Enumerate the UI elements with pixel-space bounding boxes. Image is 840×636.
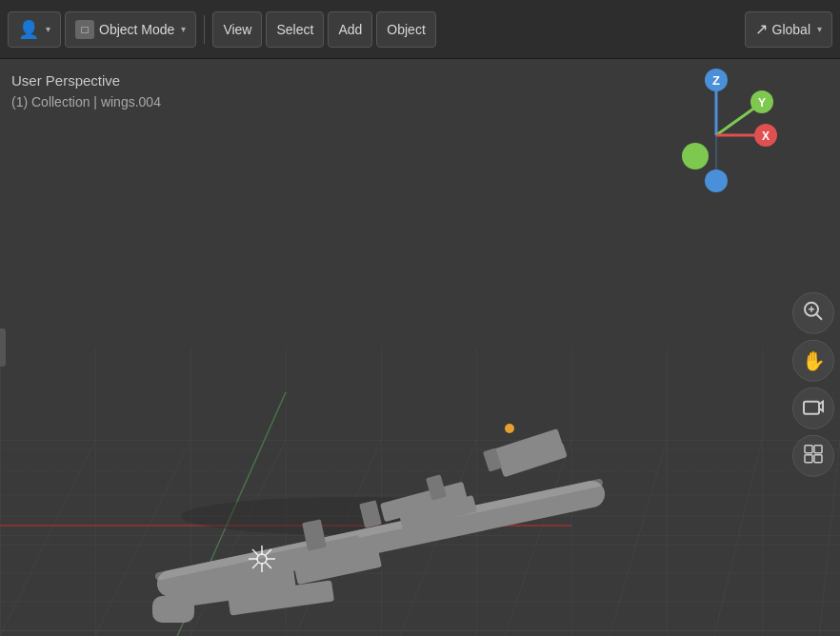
object-mode-label: Object Mode	[99, 22, 174, 37]
view-button[interactable]: View	[212, 11, 262, 48]
add-button[interactable]: Add	[328, 11, 372, 48]
person-icon: 👤	[18, 19, 39, 40]
global-button[interactable]: ↗ Global ▾	[745, 11, 832, 48]
view-label: View	[223, 22, 251, 37]
object-label: Object	[387, 22, 425, 37]
svg-text:Z: Z	[712, 73, 720, 88]
hand-icon: ✋	[802, 349, 826, 372]
global-chevron-icon: ▾	[817, 24, 822, 34]
user-icon-button[interactable]: 👤 ▾	[8, 11, 61, 48]
global-icon: ↗	[755, 20, 768, 38]
viewport-labels: User Perspective (1) Collection | wings.…	[11, 70, 161, 112]
grid-icon	[803, 443, 824, 468]
zoom-button[interactable]	[792, 292, 834, 334]
svg-line-52	[716, 105, 759, 135]
svg-rect-65	[804, 401, 819, 413]
svg-rect-68	[805, 454, 812, 462]
global-label: Global	[772, 22, 810, 37]
svg-rect-38	[152, 596, 194, 623]
camera-icon	[802, 394, 825, 422]
add-label: Add	[338, 22, 362, 37]
3d-viewport[interactable]: User Perspective (1) Collection | wings.…	[0, 59, 840, 636]
svg-point-60	[705, 169, 728, 192]
svg-line-62	[816, 314, 822, 320]
separator-1	[204, 15, 205, 44]
pan-button[interactable]: ✋	[792, 340, 834, 382]
svg-rect-67	[814, 445, 822, 452]
object-mode-chevron-icon: ▾	[181, 24, 186, 34]
svg-rect-2	[0, 348, 840, 636]
svg-rect-69	[814, 454, 822, 462]
perspective-label: User Perspective	[11, 70, 161, 92]
object-button[interactable]: Object	[376, 11, 435, 48]
user-chevron-icon: ▾	[46, 24, 50, 34]
top-toolbar: 👤 ▾ □ Object Mode ▾ View Select Add Obje…	[0, 0, 840, 59]
right-toolbar: ✋	[792, 292, 834, 477]
axis-gizmo[interactable]: Z Y X	[650, 69, 783, 221]
select-label: Select	[276, 22, 313, 37]
svg-point-59	[682, 143, 709, 169]
collection-label: (1) Collection | wings.004	[11, 92, 161, 112]
select-button[interactable]: Select	[266, 11, 324, 48]
camera-button[interactable]	[792, 388, 834, 429]
object-mode-button[interactable]: □ Object Mode ▾	[65, 11, 196, 48]
left-edge-handle[interactable]	[0, 328, 6, 367]
svg-point-39	[505, 424, 514, 433]
svg-rect-66	[805, 445, 812, 452]
object-mode-icon: □	[75, 20, 94, 39]
zoom-icon	[803, 301, 824, 326]
svg-text:Y: Y	[758, 96, 766, 109]
svg-text:X: X	[762, 129, 770, 143]
grid-view-button[interactable]	[792, 435, 834, 477]
